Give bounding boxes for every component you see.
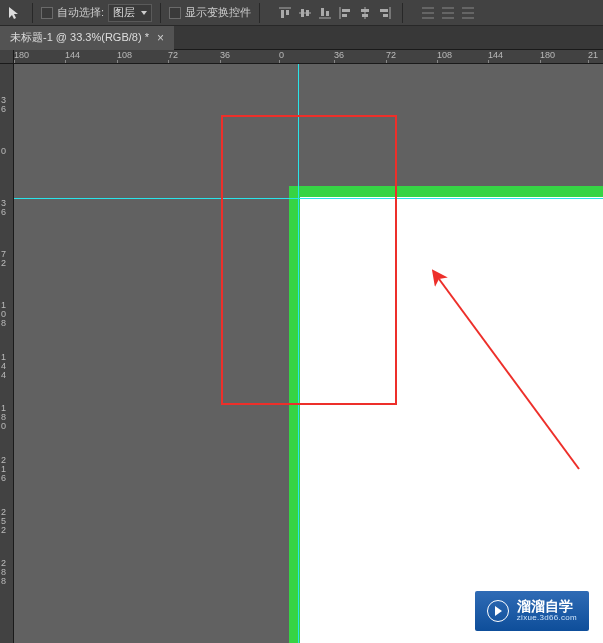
ruler-tick: 108 (1, 301, 6, 328)
svg-rect-1 (281, 10, 284, 18)
move-tool-icon[interactable] (4, 3, 24, 23)
show-transform-checkbox-group[interactable]: 显示变换控件 (169, 5, 251, 20)
watermark-title: 溜溜自学 (517, 599, 577, 614)
ruler-tick: 144 (65, 50, 80, 60)
svg-rect-5 (306, 10, 309, 16)
options-bar: 自动选择: 图层 显示变换控件 (0, 0, 603, 26)
ruler-origin-corner[interactable] (0, 50, 14, 64)
separator (402, 3, 403, 23)
ruler-tick: 72 (1, 250, 6, 268)
separator (32, 3, 33, 23)
svg-rect-16 (380, 9, 388, 12)
ruler-tick: 108 (117, 50, 132, 60)
separator (259, 3, 260, 23)
align-top-icon[interactable] (276, 4, 294, 22)
svg-rect-13 (361, 9, 369, 12)
svg-rect-10 (342, 9, 350, 12)
svg-rect-8 (326, 11, 329, 16)
ruler-tick: 252 (1, 508, 6, 535)
ruler-tick: 36 (220, 50, 230, 60)
svg-rect-7 (321, 8, 324, 16)
distribute-top-icon[interactable] (419, 4, 437, 22)
svg-rect-4 (301, 9, 304, 17)
ruler-tick: 144 (1, 353, 6, 380)
align-bottom-icon[interactable] (316, 4, 334, 22)
ruler-tick: 216 (1, 456, 6, 483)
layer-dropdown-label: 图层 (113, 5, 135, 20)
ruler-tick: 108 (437, 50, 452, 60)
watermark-url: zixue.3d66.com (517, 614, 577, 623)
align-vcenter-icon[interactable] (296, 4, 314, 22)
align-group-1 (276, 4, 394, 22)
chevron-down-icon (141, 11, 147, 15)
auto-select-checkbox[interactable] (41, 7, 53, 19)
svg-rect-14 (362, 14, 368, 17)
ruler-tick: 288 (1, 559, 6, 586)
auto-select-label: 自动选择: (57, 5, 104, 20)
ruler-tick: 180 (540, 50, 555, 60)
svg-rect-17 (383, 14, 388, 17)
distribute-vcenter-icon[interactable] (439, 4, 457, 22)
ruler-tick: 144 (488, 50, 503, 60)
ruler-tick: 72 (168, 50, 178, 60)
ruler-tick: 0 (279, 50, 284, 60)
ruler-tick: 180 (1, 404, 6, 431)
play-icon (487, 600, 509, 622)
horizontal-ruler[interactable]: 18014410872360367210814418021 (14, 50, 603, 64)
ruler-tick: 180 (14, 50, 29, 60)
ruler-tick: 0 (1, 147, 6, 156)
auto-select-checkbox-group[interactable]: 自动选择: (41, 5, 104, 20)
align-hcenter-icon[interactable] (356, 4, 374, 22)
close-icon[interactable]: × (157, 31, 164, 45)
distribute-group (419, 4, 477, 22)
show-transform-label: 显示变换控件 (185, 5, 251, 20)
ruler-tick: 36 (1, 96, 6, 114)
align-left-icon[interactable] (336, 4, 354, 22)
separator (160, 3, 161, 23)
watermark-badge: 溜溜自学 zixue.3d66.com (475, 591, 589, 631)
document-tab-bar: 未标题-1 @ 33.3%(RGB/8) * × (0, 26, 603, 50)
align-right-icon[interactable] (376, 4, 394, 22)
layer-dropdown[interactable]: 图层 (108, 4, 152, 22)
annotation-rectangle (221, 115, 397, 405)
svg-rect-2 (286, 10, 289, 15)
distribute-bottom-icon[interactable] (459, 4, 477, 22)
svg-rect-11 (342, 14, 347, 17)
document-tab[interactable]: 未标题-1 @ 33.3%(RGB/8) * × (0, 26, 174, 50)
vertical-ruler[interactable]: 723603672108144180216252288 (0, 50, 14, 643)
ruler-tick: 72 (386, 50, 396, 60)
ruler-tick: 36 (1, 199, 6, 217)
ruler-tick: 21 (588, 50, 598, 60)
canvas-area[interactable]: 溜溜自学 zixue.3d66.com (14, 64, 603, 643)
ruler-tick: 36 (334, 50, 344, 60)
document-tab-title: 未标题-1 @ 33.3%(RGB/8) * (10, 30, 149, 45)
show-transform-checkbox[interactable] (169, 7, 181, 19)
